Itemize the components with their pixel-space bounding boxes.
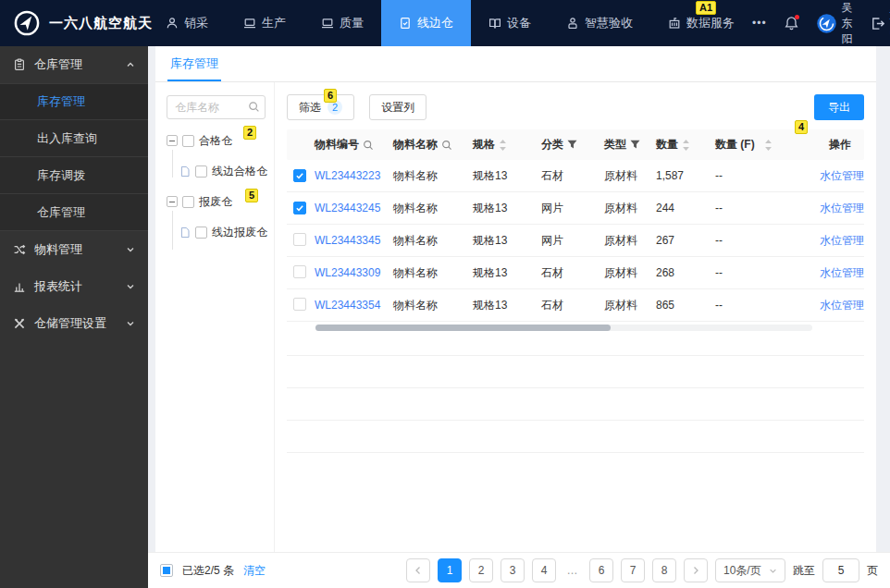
tools-icon [13,317,26,330]
tree-checkbox[interactable] [195,165,207,178]
nav-item-equipment[interactable]: 设备 [471,0,549,46]
header-qty[interactable]: 数量 [656,137,715,153]
sort-icon[interactable] [764,140,773,151]
sidebar-group-report-statistics[interactable]: 报表统计 [0,268,148,305]
nav-item-line-warehouse[interactable]: 线边仓 [381,0,471,46]
tree-node-label[interactable]: 合格仓 [199,133,232,149]
tree-checkbox[interactable] [182,135,194,147]
page-button-1[interactable]: 1 [438,558,462,582]
spec-cell: 规格13 [473,233,541,249]
nav-item-label: 智慧验收 [585,15,633,31]
jump-page-input[interactable] [822,558,859,582]
page-size-value: 10条/页 [723,563,761,579]
water-level-manage-link[interactable]: 水位管理 [820,299,864,312]
header-label: 类型 [604,137,626,153]
sidebar-group-material-management[interactable]: 物料管理 [0,231,148,268]
horizontal-scrollbar-thumb[interactable] [315,325,611,331]
page-button-3[interactable]: 3 [501,558,525,582]
sidebar-group-warehouse-management[interactable]: 仓库管理 [0,46,148,83]
nav-item-quality[interactable]: 质量 [303,0,381,46]
qty-cell: 267 [656,234,715,247]
user-check-icon [566,17,579,30]
sidebar-group-storage-settings[interactable]: 仓储管理设置 [0,305,148,342]
clear-selection-link[interactable]: 清空 [243,563,266,579]
water-level-manage-link[interactable]: 水位管理 [820,202,864,214]
sidebar-item-inventory-transfer[interactable]: 库存调拨 [0,157,148,194]
table-row: WL23443354 物料名称 规格13 石材 原材料 865 -- 水位管理 [287,289,864,322]
row-checkbox[interactable] [293,202,306,214]
vertical-scrollbar-track[interactable] [876,46,890,552]
nav-item-sales[interactable]: 销采 [148,0,226,46]
table-row: WL23443223 物料名称 规格13 石材 原材料 1,587 -- 水位管… [287,160,864,192]
page-size-select[interactable]: 10条/页 [715,558,785,582]
page-button-7[interactable]: 7 [621,558,645,582]
nav-item-production[interactable]: 生产 [226,0,303,46]
material-name-cell: 物料名称 [393,168,473,184]
water-level-manage-link[interactable]: 水位管理 [820,169,864,182]
material-code-link[interactable]: WL23443345 [315,234,380,247]
search-icon[interactable] [363,140,374,151]
material-code-link[interactable]: WL23443223 [315,169,380,182]
logout-button[interactable]: 退出 [871,7,890,39]
column-settings-button[interactable]: 设置列 [369,94,426,120]
sort-icon[interactable] [682,140,690,151]
tree-node-label[interactable]: 线边报废仓 [212,225,267,240]
table-row: WL23443309 物料名称 规格13 石材 原材料 268 -- 水位管理 [287,257,864,289]
material-name-cell: 物料名称 [393,233,473,249]
page-button-6[interactable]: 6 [589,558,613,582]
collapse-icon[interactable] [167,196,178,207]
sidebar-group-label: 报表统计 [34,278,82,295]
page-button-2[interactable]: 2 [469,558,493,582]
page-button-4[interactable]: 4 [532,558,556,582]
header-qty-f[interactable]: 数量 (F) [715,137,808,153]
collapse-icon[interactable] [167,135,178,146]
footer-bar: 已选2/5 条 清空 1 2 3 4 … 6 7 8 10条/页 跳至 页 [148,552,890,588]
tree-node-label[interactable]: 报废仓 [199,194,232,210]
tree-checkbox[interactable] [195,227,207,239]
next-page-button[interactable] [684,558,708,582]
row-checkbox[interactable] [293,298,306,311]
sidebar-item-warehouse-management[interactable]: 仓库管理 [0,194,148,231]
search-icon[interactable] [441,140,452,151]
filter-funnel-icon[interactable] [630,140,640,150]
material-code-link[interactable]: WL23443309 [315,266,380,279]
filter-button-label: 筛选 [299,100,321,116]
tree-checkbox[interactable] [182,196,194,208]
select-all-checkbox[interactable] [160,564,173,577]
sidebar-item-inout-query[interactable]: 出入库查询 [0,120,148,157]
brand: 一六八航空航天 [0,9,148,37]
header-material-name[interactable]: 物料名称 [393,137,473,153]
material-code-link[interactable]: WL23443354 [315,299,380,312]
header-material-code[interactable]: 物料编号 [315,137,393,153]
category-cell: 石材 [541,298,604,313]
sidebar-item-inventory-management[interactable]: 库存管理 [0,83,148,120]
tab-inventory-management[interactable]: 库存管理 [167,55,221,81]
more-menu-icon[interactable]: ••• [752,17,767,30]
horizontal-scrollbar-track[interactable] [315,325,812,331]
filter-button[interactable]: 筛选 2 [287,94,354,120]
category-cell: 网片 [541,201,604,216]
export-button[interactable]: 导出 [814,94,864,120]
water-level-manage-link[interactable]: 水位管理 [820,234,864,247]
chevron-down-icon [126,282,135,291]
type-cell: 原材料 [604,265,656,281]
material-code-link[interactable]: WL23443245 [315,202,380,214]
nav-item-smart-acceptance[interactable]: 智慧验收 [549,0,650,46]
row-checkbox[interactable] [293,265,306,278]
header-spec[interactable]: 规格 [473,137,541,153]
page-button-8[interactable]: 8 [652,558,676,582]
prev-page-button[interactable] [406,558,430,582]
row-checkbox[interactable] [293,169,306,182]
tree-node-label[interactable]: 线边合格仓 [212,164,267,179]
sidebar-item-label: 出入库查询 [37,130,97,147]
header-type[interactable]: 类型 [604,137,656,153]
filter-funnel-icon[interactable] [567,140,577,150]
sort-icon[interactable] [499,140,507,151]
water-level-manage-link[interactable]: 水位管理 [820,266,864,279]
user-icon [166,17,179,30]
notification-bell-icon[interactable] [785,16,798,31]
user-menu[interactable]: 吴东阳 [816,0,853,47]
row-checkbox[interactable] [293,233,306,246]
header-category[interactable]: 分类 [541,137,604,153]
page-ellipsis[interactable]: … [563,564,582,577]
